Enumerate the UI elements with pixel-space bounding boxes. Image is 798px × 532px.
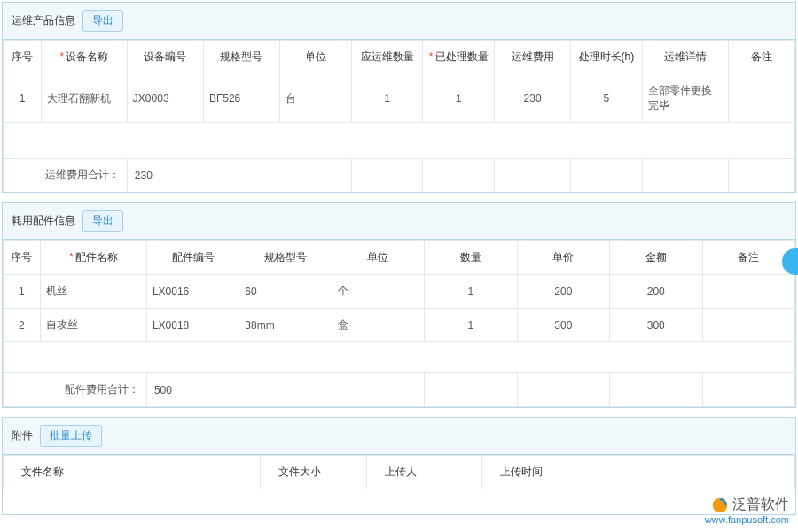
- empty-row: [4, 123, 795, 159]
- cell-qty: 1: [425, 309, 517, 342]
- col-uploader: 上传人: [367, 456, 482, 489]
- attachments-table: 文件名称 文件大小 上传人 上传时间: [3, 455, 795, 514]
- col-device-code: 设备编号: [127, 41, 203, 74]
- table-row[interactable]: 2 自攻丝 LX0018 38mm 盒 1 300 300: [4, 309, 795, 342]
- maintenance-header: 运维产品信息 导出: [3, 3, 795, 40]
- required-icon: *: [69, 251, 74, 263]
- maintenance-export-button[interactable]: 导出: [82, 10, 123, 32]
- cell-cost: 230: [495, 74, 571, 123]
- cell-seq: 1: [4, 275, 41, 309]
- col-hours: 处理时长(h): [571, 41, 643, 74]
- col-qty: 数量: [425, 241, 517, 275]
- attachments-table-header: 文件名称 文件大小 上传人 上传时间: [4, 456, 795, 489]
- cell-spec: BF526: [203, 74, 279, 123]
- parts-export-button[interactable]: 导出: [82, 210, 123, 232]
- parts-table-header: 序号 *配件名称 配件编号 规格型号 单位 数量 单价 金额 备注: [4, 241, 795, 275]
- col-should-qty: 应运维数量: [351, 41, 423, 74]
- cell-part-code: LX0016: [146, 275, 239, 309]
- watermark-url: www.fanpusoft.com: [705, 514, 789, 525]
- attachments-title: 附件: [12, 428, 33, 443]
- cell-remark: [728, 74, 794, 123]
- col-unit: 单位: [279, 41, 351, 74]
- col-part-code: 配件编号: [146, 241, 239, 275]
- parts-panel: 耗用配件信息 导出 序号 *配件名称 配件编号 规格型号 单位 数量 单价 金额…: [2, 202, 796, 408]
- cell-amount: 200: [610, 275, 702, 309]
- cell-should-qty: 1: [351, 74, 423, 123]
- cell-seq: 1: [4, 74, 42, 123]
- col-filename: 文件名称: [4, 456, 261, 489]
- col-price: 单价: [517, 241, 609, 275]
- total-label: 配件费用合计：: [4, 373, 147, 407]
- required-icon: *: [429, 51, 434, 63]
- required-icon: *: [60, 51, 65, 63]
- col-part-name: *配件名称: [40, 241, 146, 275]
- col-upload-time: 上传时间: [482, 456, 795, 489]
- col-seq: 序号: [4, 41, 42, 74]
- cell-spec: 38mm: [239, 309, 332, 342]
- col-spec: 规格型号: [239, 241, 332, 275]
- cell-detail: 全部零件更换完毕: [642, 74, 728, 123]
- table-row[interactable]: 1 机丝 LX0016 60 个 1 200 200: [4, 275, 795, 309]
- cell-unit: 个: [332, 275, 424, 309]
- cell-unit: 盒: [332, 309, 424, 342]
- cell-amount: 300: [610, 309, 702, 342]
- cell-part-name: 自攻丝: [40, 309, 146, 342]
- parts-total-row: 配件费用合计： 500: [4, 373, 795, 407]
- attachments-header: 附件 批量上传: [3, 418, 795, 455]
- maintenance-table: 序号 *设备名称 设备编号 规格型号 单位 应运维数量 *已处理数量 运维费用 …: [3, 40, 795, 192]
- cell-price: 200: [517, 275, 609, 309]
- table-row[interactable]: 1 大理石翻新机 JX0003 BF526 台 1 1 230 5 全部零件更换…: [4, 74, 795, 123]
- cell-price: 300: [517, 309, 609, 342]
- parts-header: 耗用配件信息 导出: [3, 203, 795, 240]
- total-value: 500: [146, 373, 424, 407]
- col-unit: 单位: [332, 241, 424, 275]
- cell-device-name: 大理石翻新机: [42, 74, 128, 123]
- total-value: 230: [127, 159, 351, 192]
- parts-table-body: 1 机丝 LX0016 60 个 1 200 200 2 自攻丝 LX0018 …: [4, 275, 795, 373]
- maintenance-table-body: 1 大理石翻新机 JX0003 BF526 台 1 1 230 5 全部零件更换…: [4, 74, 795, 159]
- cell-part-name: 机丝: [40, 275, 146, 309]
- empty-row: [4, 489, 795, 514]
- cell-remark: [702, 275, 795, 309]
- cell-seq: 2: [4, 309, 41, 342]
- cell-qty: 1: [425, 275, 517, 309]
- col-device-name: *设备名称: [42, 41, 128, 74]
- total-label: 运维费用合计：: [4, 159, 128, 192]
- logo-icon: [711, 497, 729, 514]
- watermark: 泛普软件 www.fanpusoft.com: [705, 496, 789, 525]
- watermark-brand: 泛普软件: [705, 496, 789, 514]
- col-amount: 金额: [610, 241, 702, 275]
- col-cost: 运维费用: [495, 41, 571, 74]
- empty-row: [4, 342, 795, 373]
- cell-spec: 60: [239, 275, 332, 309]
- cell-hours: 5: [571, 74, 643, 123]
- col-size: 文件大小: [261, 456, 367, 489]
- batch-upload-button[interactable]: 批量上传: [40, 425, 102, 447]
- cell-remark: [702, 309, 795, 342]
- maintenance-table-header: 序号 *设备名称 设备编号 规格型号 单位 应运维数量 *已处理数量 运维费用 …: [4, 41, 795, 74]
- col-detail: 运维详情: [642, 41, 728, 74]
- col-done-qty: *已处理数量: [423, 41, 495, 74]
- col-seq: 序号: [4, 241, 41, 275]
- cell-device-code: JX0003: [127, 74, 203, 123]
- cell-unit: 台: [279, 74, 351, 123]
- parts-title: 耗用配件信息: [12, 214, 75, 229]
- col-remark: 备注: [728, 41, 794, 74]
- cell-part-code: LX0018: [146, 309, 239, 342]
- col-spec: 规格型号: [203, 41, 279, 74]
- parts-table: 序号 *配件名称 配件编号 规格型号 单位 数量 单价 金额 备注 1 机丝 L…: [3, 240, 795, 407]
- col-remark: 备注: [702, 241, 795, 275]
- maintenance-title: 运维产品信息: [12, 13, 75, 28]
- maintenance-panel: 运维产品信息 导出 序号 *设备名称 设备编号 规格型号 单位 应运维数量 *已…: [2, 2, 796, 193]
- attachments-table-body: [4, 489, 795, 514]
- attachments-panel: 附件 批量上传 文件名称 文件大小 上传人 上传时间: [2, 417, 796, 515]
- cell-done-qty: 1: [423, 74, 495, 123]
- maintenance-total-row: 运维费用合计： 230: [4, 159, 795, 192]
